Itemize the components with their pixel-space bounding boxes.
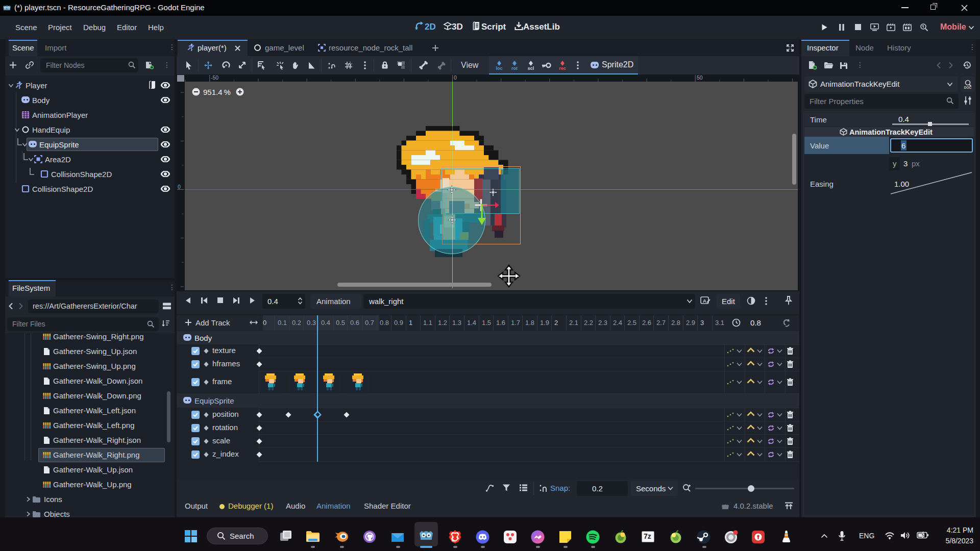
svg-text:rec: rec [559, 66, 566, 71]
svg-text:DOC: DOC [964, 86, 972, 89]
svg-text:loc: loc [496, 66, 502, 71]
svg-text:rot: rot [511, 66, 518, 71]
svg-text:scl: scl [528, 66, 534, 71]
svg-text:A: A [703, 298, 706, 304]
